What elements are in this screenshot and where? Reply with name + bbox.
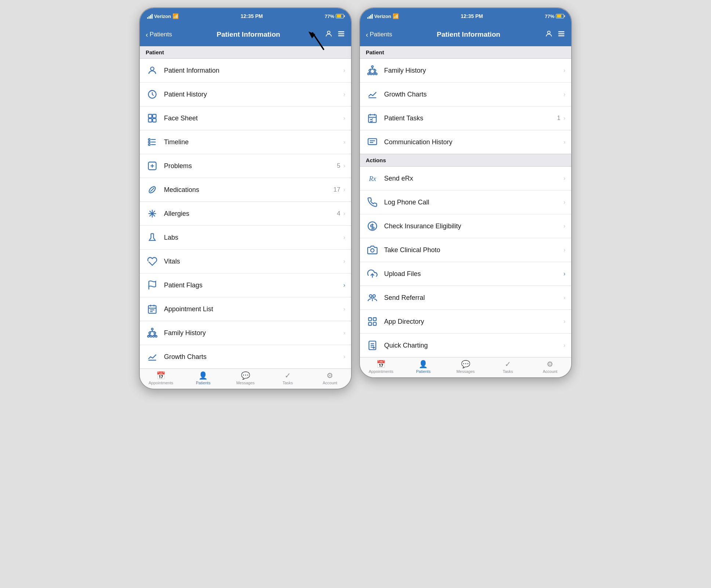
menu-label-appointment-list: Appointment List — [164, 305, 343, 313]
svg-point-12 — [149, 139, 150, 141]
actions-section-header: Actions — [360, 154, 571, 167]
svg-point-66 — [370, 73, 372, 75]
menu-label-patient-history: Patient History — [164, 91, 343, 98]
menu-label-patient-information: Patient Information — [164, 67, 343, 75]
svg-point-14 — [149, 144, 150, 146]
svg-rect-9 — [153, 115, 156, 118]
appointments-icon — [146, 302, 159, 316]
chevron-icon: › — [343, 353, 345, 360]
menu-label-family-history-right: Family History — [384, 67, 564, 75]
back-button[interactable]: ‹ Patients — [146, 30, 172, 39]
battery-info: 77% — [325, 14, 344, 19]
menu-label-app-directory: App Directory — [384, 318, 564, 326]
menu-item-growth-charts-right[interactable]: Growth Charts › — [360, 83, 571, 106]
svg-rect-89 — [373, 322, 376, 325]
menu-item-medications[interactable]: Medications 17 › — [140, 178, 351, 202]
menu-item-vitals[interactable]: Vitals › — [140, 250, 351, 273]
tab-bar-right: 📅 Appointments 👤 Patients 💬 Messages ✓ T… — [360, 357, 571, 377]
menu-label-vitals: Vitals — [164, 258, 343, 265]
time-display: 12:35 PM — [241, 13, 263, 19]
patients-tab-icon: 👤 — [198, 371, 208, 380]
flag-icon — [146, 279, 159, 292]
menu-item-log-phone-call[interactable]: Log Phone Call › — [360, 190, 571, 214]
chevron-icon: › — [343, 330, 345, 336]
menu-item-patient-history[interactable]: Patient History › — [140, 83, 351, 106]
tab-tasks-right[interactable]: ✓ Tasks — [487, 360, 529, 374]
menu-label-quick-charting: Quick Charting — [384, 342, 564, 349]
tab-patients-label: Patients — [196, 381, 211, 385]
menu-label-labs: Labs — [164, 234, 343, 242]
svg-point-52 — [547, 31, 550, 33]
family-tree-icon-right — [366, 64, 379, 77]
carrier-info: Verizon 📶 — [147, 13, 179, 19]
chart-line-icon-right — [366, 88, 379, 101]
medications-badge: 17 — [333, 186, 340, 193]
tab-messages[interactable]: 💬 Messages — [224, 371, 266, 385]
menu-item-face-sheet[interactable]: Face Sheet › — [140, 106, 351, 130]
menu-label-timeline: Timeline — [164, 138, 343, 146]
menu-label-take-photo: Take Clinical Photo — [384, 246, 564, 254]
hamburger-icon-right[interactable] — [557, 30, 565, 40]
menu-item-timeline[interactable]: Timeline › — [140, 130, 351, 154]
menu-item-family-history-right[interactable]: Family History › — [360, 59, 571, 83]
menu-item-upload-files[interactable]: Upload Files › — [360, 262, 571, 286]
upload-icon — [366, 267, 379, 280]
user-icon-right[interactable] — [545, 30, 553, 40]
svg-point-45 — [147, 335, 149, 337]
tab-appointments[interactable]: 📅 Appointments — [140, 371, 182, 385]
menu-item-check-insurance[interactable]: Check Insurance Eligibility › — [360, 214, 571, 238]
tab-patients-right[interactable]: 👤 Patients — [402, 360, 444, 374]
svg-marker-5 — [309, 32, 316, 39]
signal-icon — [147, 14, 153, 19]
menu-item-problems[interactable]: Problems 5 › — [140, 154, 351, 178]
menu-items: Patient Information › Patient History › … — [140, 59, 351, 369]
menu-item-take-photo[interactable]: Take Clinical Photo › — [360, 238, 571, 262]
menu-item-labs[interactable]: Labs › — [140, 226, 351, 250]
chevron-icon: › — [343, 91, 345, 98]
tasks-tab-icon: ✓ — [285, 371, 291, 380]
tab-appointments-right[interactable]: 📅 Appointments — [360, 360, 402, 374]
menu-item-patient-information[interactable]: Patient Information › — [140, 59, 351, 83]
menu-item-growth-charts[interactable]: Growth Charts › — [140, 345, 351, 369]
svg-point-49 — [153, 335, 154, 337]
back-arrow-icon: ‹ — [146, 30, 148, 39]
plus-medical-icon — [146, 159, 159, 173]
chevron-icon: › — [564, 199, 565, 206]
tab-account[interactable]: ⚙ Account — [309, 371, 351, 385]
svg-point-27 — [152, 213, 153, 215]
svg-rect-87 — [373, 318, 376, 321]
labs-icon — [146, 231, 159, 244]
nav-icons-right — [545, 30, 565, 40]
menu-item-allergies[interactable]: Allergies 4 › — [140, 202, 351, 226]
tab-tasks[interactable]: ✓ Tasks — [267, 371, 309, 385]
wifi-icon-right: 📶 — [393, 13, 399, 19]
camera-icon — [366, 243, 379, 257]
right-action-items: Rx Send eRx › Log Phone Call › — [360, 167, 571, 357]
hamburger-icon[interactable] — [337, 30, 345, 40]
svg-point-83 — [373, 295, 375, 297]
menu-item-send-referral[interactable]: Send Referral › — [360, 286, 571, 310]
menu-item-family-history[interactable]: Family History › — [140, 321, 351, 345]
tab-tasks-label-right: Tasks — [503, 369, 513, 374]
menu-label-check-insurance: Check Insurance Eligibility — [384, 222, 564, 230]
patient-tasks-badge: 1 — [557, 115, 560, 122]
menu-item-send-erx[interactable]: Rx Send eRx › — [360, 167, 571, 190]
chevron-icon: › — [564, 91, 565, 98]
appointments-tab-icon-right: 📅 — [376, 360, 386, 369]
tab-messages-right[interactable]: 💬 Messages — [444, 360, 486, 374]
chevron-icon: › — [343, 163, 345, 169]
tab-patients[interactable]: 👤 Patients — [182, 371, 224, 385]
tab-account-right[interactable]: ⚙ Account — [529, 360, 571, 374]
svg-rect-74 — [368, 139, 376, 145]
menu-item-patient-tasks[interactable]: Patient Tasks 1 › — [360, 106, 571, 130]
menu-item-quick-charting[interactable]: Quick Charting › — [360, 334, 571, 357]
menu-item-app-directory[interactable]: App Directory › — [360, 310, 571, 334]
status-bar: Verizon 📶 12:35 PM 77% — [140, 8, 351, 24]
back-button-right[interactable]: ‹ Patients — [366, 30, 392, 39]
family-tree-icon — [146, 326, 159, 340]
rx-icon: Rx — [366, 172, 379, 185]
menu-item-appointment-list[interactable]: Appointment List › — [140, 297, 351, 321]
menu-item-communication-history[interactable]: Communication History › — [360, 130, 571, 154]
menu-item-patient-flags[interactable]: Patient Flags › — [140, 273, 351, 297]
chevron-icon: › — [564, 175, 565, 182]
